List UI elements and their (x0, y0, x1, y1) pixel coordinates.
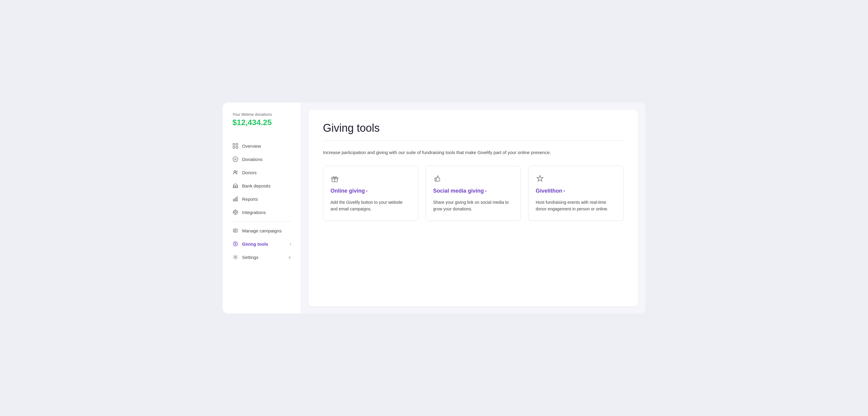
content-divider (323, 140, 623, 141)
sidebar-lifetime-section: Your lifetime donations $12,434.25 (223, 112, 301, 137)
sidebar-item-reports-label: Reports (242, 197, 258, 202)
page-description: Increase participation and giving with o… (323, 149, 623, 156)
sidebar-item-manage-campaigns[interactable]: Manage campaigns (223, 224, 301, 237)
app-container: Your lifetime donations $12,434.25 Overv… (223, 103, 645, 313)
tool-card-social-media-giving[interactable]: Social media giving › Share your giving … (426, 166, 521, 221)
svg-rect-9 (237, 185, 238, 187)
svg-rect-1 (236, 143, 238, 145)
svg-rect-13 (237, 197, 238, 201)
bar-chart-icon (232, 196, 239, 202)
chevron-right-icon: › (366, 188, 368, 193)
tool-card-givelithon[interactable]: Givelithon › Host fundraising events wit… (528, 166, 623, 221)
sidebar-item-bank-deposits-label: Bank deposits (242, 183, 271, 188)
online-giving-desc: Add the Givelify button to your website … (331, 199, 411, 212)
svg-rect-12 (235, 198, 236, 201)
grid-icon (232, 143, 239, 149)
main-content: Giving tools Increase participation and … (301, 103, 645, 313)
star-icon (536, 175, 616, 183)
sidebar-item-integrations[interactable]: Integrations (223, 206, 301, 219)
sidebar-item-donations[interactable]: Donations (223, 152, 301, 166)
sidebar-item-giving-tools[interactable]: Giving tools › (223, 237, 301, 250)
tools-grid: Online giving › Add the Givelify button … (323, 166, 623, 221)
sidebar-item-donations-label: Donations (242, 157, 262, 162)
svg-rect-0 (233, 143, 235, 145)
users-icon (232, 169, 239, 175)
sidebar-item-overview-label: Overview (242, 143, 261, 149)
svg-rect-11 (233, 199, 234, 201)
campaigns-icon (232, 228, 239, 234)
chevron-right-icon: › (563, 188, 565, 193)
svg-point-5 (234, 171, 236, 172)
svg-rect-3 (236, 146, 238, 148)
gift-icon (331, 175, 411, 183)
sidebar-item-settings-label: Settings (242, 255, 258, 260)
chevron-down-icon: ∨ (288, 255, 291, 259)
thumbs-up-icon (433, 175, 514, 183)
svg-point-6 (236, 171, 238, 172)
nav-divider (232, 221, 291, 221)
settings-icon (232, 254, 239, 260)
chevron-right-icon: › (485, 188, 487, 193)
svg-point-4 (233, 157, 238, 162)
sidebar-nav: Overview Donations (223, 137, 301, 266)
svg-point-15 (235, 211, 236, 213)
online-giving-title[interactable]: Online giving › (331, 188, 411, 194)
givelithon-desc: Host fundraising events with real-time d… (536, 199, 616, 212)
sidebar-item-overview[interactable]: Overview (223, 139, 301, 152)
svg-rect-21 (435, 178, 436, 181)
svg-rect-2 (233, 146, 235, 148)
svg-point-18 (235, 256, 236, 258)
sidebar-item-settings[interactable]: Settings ∨ (223, 250, 301, 264)
heart-icon (232, 156, 239, 162)
social-media-giving-title[interactable]: Social media giving › (433, 188, 514, 194)
sidebar-item-reports[interactable]: Reports (223, 192, 301, 206)
svg-rect-8 (235, 185, 236, 187)
chevron-right-icon: › (290, 242, 291, 246)
bank-icon (232, 183, 239, 189)
svg-rect-10 (233, 187, 238, 188)
integrations-icon (232, 209, 239, 215)
lifetime-label: Your lifetime donations (232, 112, 291, 117)
social-media-giving-desc: Share your giving link on social media t… (433, 199, 514, 212)
giving-tools-icon (232, 241, 239, 247)
sidebar-item-donors-label: Donors (242, 170, 256, 175)
givelithon-title[interactable]: Givelithon › (536, 188, 616, 194)
content-card: Giving tools Increase participation and … (308, 110, 638, 306)
sidebar-item-giving-tools-label: Giving tools (242, 241, 268, 247)
sidebar-item-integrations-label: Integrations (242, 210, 266, 215)
page-title: Giving tools (323, 122, 623, 134)
svg-rect-16 (233, 229, 238, 232)
tool-card-online-giving[interactable]: Online giving › Add the Givelify button … (323, 166, 418, 221)
lifetime-amount: $12,434.25 (232, 118, 291, 127)
sidebar-item-manage-campaigns-label: Manage campaigns (242, 228, 282, 233)
svg-rect-7 (233, 185, 234, 187)
sidebar-item-donors[interactable]: Donors (223, 166, 301, 179)
sidebar: Your lifetime donations $12,434.25 Overv… (223, 103, 301, 313)
sidebar-item-bank-deposits[interactable]: Bank deposits (223, 179, 301, 192)
